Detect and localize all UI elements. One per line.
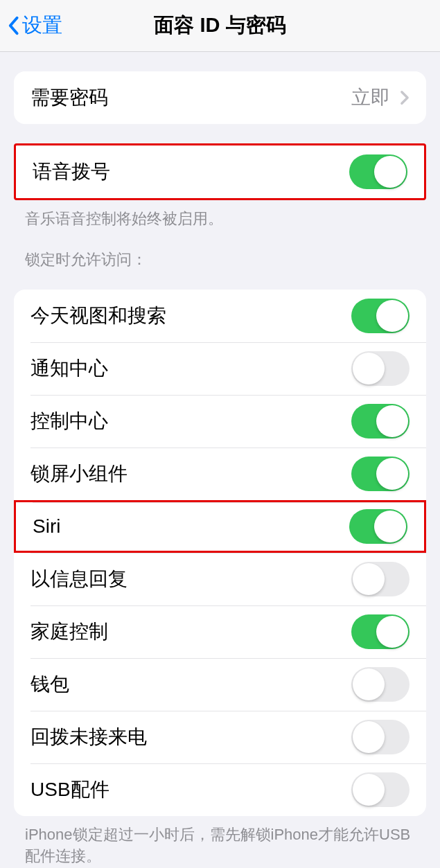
chevron-right-icon (400, 90, 410, 105)
row-label: 以信息回复 (30, 566, 127, 592)
access-toggle[interactable] (351, 457, 410, 491)
access-toggle[interactable] (351, 299, 410, 333)
access-row: 家庭控制 (14, 605, 426, 658)
access-toggle[interactable] (351, 772, 410, 807)
row-label: 回拨未接来电 (30, 724, 147, 750)
row-label: 需要密码 (30, 85, 108, 111)
access-toggle[interactable] (351, 614, 410, 649)
row-label: USB配件 (30, 777, 109, 803)
row-label: 语音拨号 (33, 159, 110, 185)
toggle-knob (376, 405, 408, 437)
back-button[interactable]: 设置 (6, 12, 62, 39)
row-label: 今天视图和搜索 (30, 303, 166, 329)
access-row: 钱包 (14, 658, 426, 711)
row-label: Siri (33, 515, 60, 538)
toggle-knob (353, 563, 385, 595)
access-toggle[interactable] (351, 562, 410, 596)
row-label: 钱包 (30, 671, 69, 698)
back-chevron-icon (6, 16, 21, 35)
locked-access-header: 锁定时允许访问： (25, 249, 415, 270)
access-toggle[interactable] (351, 404, 410, 439)
voice-dial-row: 语音拨号 (16, 145, 424, 198)
back-label: 设置 (22, 12, 62, 39)
access-row: 锁屏小组件 (14, 448, 426, 500)
access-row: 今天视图和搜索 (14, 290, 426, 342)
require-passcode-group: 需要密码 立即 (14, 71, 426, 124)
access-row: Siri (14, 500, 426, 553)
locked-access-group: 今天视图和搜索通知中心控制中心锁屏小组件Siri以信息回复家庭控制钱包回拨未接来… (14, 290, 426, 816)
navigation-bar: 设置 面容 ID 与密码 (0, 0, 440, 52)
access-row: 控制中心 (14, 395, 426, 448)
page-title: 面容 ID 与密码 (154, 12, 285, 39)
row-right: 立即 (351, 85, 410, 111)
row-label: 控制中心 (30, 408, 108, 434)
toggle-knob (376, 300, 408, 332)
toggle-knob (353, 353, 385, 384)
voice-dial-toggle[interactable] (349, 154, 407, 189)
access-row: 以信息回复 (14, 553, 426, 605)
content: 需要密码 立即 语音拨号 音乐语音控制将始终被启用。 锁定时允许访问： 今天视图… (0, 71, 440, 868)
toggle-knob (353, 668, 385, 700)
access-toggle[interactable] (349, 509, 407, 544)
usb-footer: iPhone锁定超过一小时后，需先解锁iPhone才能允许USB配件连接。 (25, 824, 415, 867)
row-value: 立即 (351, 85, 390, 111)
voice-dial-footer: 音乐语音控制将始终被启用。 (25, 209, 415, 230)
require-passcode-row[interactable]: 需要密码 立即 (14, 71, 426, 124)
toggle-knob (376, 616, 408, 648)
toggle-knob (374, 511, 406, 542)
access-toggle[interactable] (351, 720, 410, 754)
access-toggle[interactable] (351, 351, 410, 386)
access-row: USB配件 (14, 763, 426, 816)
row-label: 锁屏小组件 (30, 461, 127, 487)
toggle-knob (353, 721, 385, 753)
row-label: 家庭控制 (30, 619, 108, 645)
toggle-knob (376, 458, 408, 490)
toggle-knob (374, 156, 406, 188)
access-row: 回拨未接来电 (14, 711, 426, 763)
access-toggle[interactable] (351, 667, 410, 702)
toggle-knob (353, 774, 385, 806)
access-row: 通知中心 (14, 342, 426, 395)
voice-dial-group: 语音拨号 (14, 143, 426, 200)
row-label: 通知中心 (30, 355, 108, 382)
